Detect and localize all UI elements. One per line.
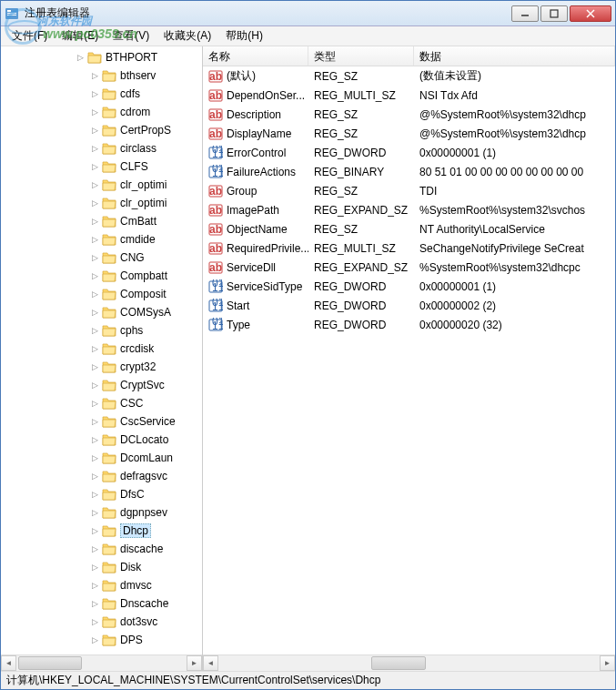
- tree-hscrollbar[interactable]: ◄ ►: [1, 654, 202, 671]
- scroll-right-icon[interactable]: ►: [600, 655, 615, 671]
- expand-icon[interactable]: ▷: [90, 417, 100, 427]
- tree-item[interactable]: ▷dot3svc: [1, 613, 202, 631]
- list-row[interactable]: abImagePathREG_EXPAND_SZ%SystemRoot%\sys…: [203, 200, 615, 219]
- expand-icon[interactable]: ▷: [90, 71, 100, 81]
- minimize-button[interactable]: [511, 5, 539, 22]
- scroll-thumb[interactable]: [18, 656, 82, 670]
- col-header-data[interactable]: 数据: [414, 46, 615, 66]
- list-row[interactable]: 011110StartREG_DWORD0x00000002 (2): [203, 296, 615, 315]
- list-row[interactable]: abDescriptionREG_SZ@%SystemRoot%\system3…: [203, 105, 615, 124]
- expand-icon[interactable]: ▷: [90, 472, 100, 482]
- col-header-type[interactable]: 类型: [308, 46, 414, 66]
- expand-icon[interactable]: ▷: [90, 235, 100, 245]
- list-row[interactable]: abObjectNameREG_SZNT Authority\LocalServ…: [203, 219, 615, 238]
- list-row[interactable]: abDependOnSer...REG_MULTI_SZNSI Tdx Afd: [203, 86, 615, 105]
- menu-favorites[interactable]: 收藏夹(A): [157, 26, 218, 46]
- tree-item[interactable]: ▷discache: [1, 540, 202, 558]
- expand-icon[interactable]: ▷: [90, 107, 100, 117]
- list-hscrollbar[interactable]: ◄ ►: [203, 654, 615, 671]
- tree-item[interactable]: ▷COMSysA: [1, 303, 202, 321]
- expand-icon[interactable]: ▷: [90, 544, 100, 554]
- tree-item[interactable]: ▷DCLocato: [1, 431, 202, 449]
- tree-item[interactable]: ▷Dnscache: [1, 594, 202, 613]
- tree-item[interactable]: ▷defragsvc: [1, 467, 202, 485]
- tree-item[interactable]: ▷Composit: [1, 285, 202, 303]
- expand-icon[interactable]: ▷: [90, 344, 100, 354]
- menu-file[interactable]: 文件(F): [5, 26, 55, 46]
- tree-item[interactable]: ▷DfsC: [1, 485, 202, 503]
- tree-item[interactable]: ▷CSC: [1, 394, 202, 412]
- expand-icon[interactable]: ▷: [90, 435, 100, 445]
- maximize-button[interactable]: [540, 5, 568, 22]
- list-row[interactable]: 011110FailureActionsREG_BINARY80 51 01 0…: [203, 162, 615, 181]
- tree-item[interactable]: ▷Compbatt: [1, 267, 202, 285]
- tree-item[interactable]: ▷dmvsc: [1, 576, 202, 594]
- expand-icon[interactable]: ▷: [90, 362, 100, 372]
- tree-item[interactable]: ▷dgpnpsev: [1, 503, 202, 522]
- list-row[interactable]: abRequiredPrivile...REG_MULTI_SZSeChange…: [203, 238, 615, 258]
- scroll-left-icon[interactable]: ◄: [203, 655, 218, 671]
- expand-icon[interactable]: ▷: [90, 381, 100, 391]
- tree-item[interactable]: ▷CryptSvc: [1, 376, 202, 394]
- expand-icon[interactable]: ▷: [90, 289, 100, 299]
- menu-edit[interactable]: 编辑(E): [55, 26, 106, 46]
- expand-icon[interactable]: ▷: [90, 144, 100, 154]
- expand-icon[interactable]: ▷: [90, 162, 100, 172]
- tree-item[interactable]: ▷Disk: [1, 558, 202, 576]
- tree-item[interactable]: ▷crcdisk: [1, 340, 202, 358]
- tree-item[interactable]: ▷cdfs: [1, 85, 202, 103]
- expand-icon[interactable]: ▷: [90, 89, 100, 99]
- cell-name: abDisplayName: [203, 127, 308, 141]
- tree-item[interactable]: ▷DPS: [1, 631, 202, 649]
- expand-icon[interactable]: ▷: [90, 563, 100, 573]
- expand-icon[interactable]: ▷: [90, 453, 100, 463]
- tree-item[interactable]: ▷CLFS: [1, 157, 202, 176]
- tree-item[interactable]: ▷cmdide: [1, 230, 202, 249]
- tree-item[interactable]: ▷cphs: [1, 321, 202, 340]
- tree-item[interactable]: ▷CscService: [1, 412, 202, 431]
- menu-help[interactable]: 帮助(H): [218, 26, 270, 46]
- list-row[interactable]: 011110ErrorControlREG_DWORD0x00000001 (1…: [203, 143, 615, 162]
- tree-item[interactable]: ▷CmBatt: [1, 212, 202, 230]
- expand-icon[interactable]: ▷: [90, 217, 100, 227]
- close-button[interactable]: [570, 5, 611, 22]
- expand-icon[interactable]: ▷: [90, 198, 100, 208]
- expand-icon[interactable]: ▷: [90, 635, 100, 645]
- expand-icon[interactable]: ▷: [90, 308, 100, 318]
- col-header-name[interactable]: 名称: [203, 46, 308, 66]
- tree-item[interactable]: ▷clr_optimi: [1, 194, 202, 212]
- list-row[interactable]: 011110ServiceSidTypeREG_DWORD0x00000001 …: [203, 277, 615, 296]
- expand-icon[interactable]: ▷: [90, 581, 100, 591]
- expand-icon[interactable]: ▷: [90, 617, 100, 627]
- list-row[interactable]: abServiceDllREG_EXPAND_SZ%SystemRoot%\sy…: [203, 258, 615, 277]
- list-row[interactable]: abGroupREG_SZTDI: [203, 181, 615, 200]
- expand-icon[interactable]: ▷: [90, 326, 100, 336]
- tree-item[interactable]: ▷CertPropS: [1, 121, 202, 139]
- list-row[interactable]: ab(默认)REG_SZ(数值未设置): [203, 66, 615, 86]
- scroll-thumb[interactable]: [371, 656, 426, 670]
- menu-view[interactable]: 查看(V): [106, 26, 157, 46]
- tree-item[interactable]: ▷BTHPORT: [1, 48, 202, 66]
- tree-item[interactable]: ▷crypt32: [1, 358, 202, 376]
- list-row[interactable]: abDisplayNameREG_SZ@%SystemRoot%\system3…: [203, 124, 615, 143]
- expand-icon[interactable]: ▷: [90, 253, 100, 263]
- expand-icon[interactable]: ▷: [90, 126, 100, 136]
- tree-item[interactable]: ▷clr_optimi: [1, 176, 202, 194]
- expand-icon[interactable]: ▷: [90, 399, 100, 409]
- tree-item[interactable]: ▷cdrom: [1, 103, 202, 121]
- list-row[interactable]: 011110TypeREG_DWORD0x00000020 (32): [203, 315, 615, 334]
- tree-item[interactable]: ▷CNG: [1, 249, 202, 267]
- expand-icon[interactable]: ▷: [90, 271, 100, 281]
- tree-item[interactable]: ▷bthserv: [1, 66, 202, 85]
- scroll-left-icon[interactable]: ◄: [1, 655, 16, 671]
- expand-icon[interactable]: ▷: [76, 53, 86, 63]
- scroll-right-icon[interactable]: ►: [187, 655, 202, 671]
- expand-icon[interactable]: ▷: [90, 490, 100, 500]
- expand-icon[interactable]: ▷: [90, 508, 100, 518]
- expand-icon[interactable]: ▷: [90, 526, 100, 536]
- expand-icon[interactable]: ▷: [90, 599, 100, 609]
- tree-item[interactable]: ▷DcomLaun: [1, 449, 202, 467]
- expand-icon[interactable]: ▷: [90, 180, 100, 190]
- tree-item[interactable]: ▷Dhcp: [1, 522, 202, 540]
- tree-item[interactable]: ▷circlass: [1, 139, 202, 157]
